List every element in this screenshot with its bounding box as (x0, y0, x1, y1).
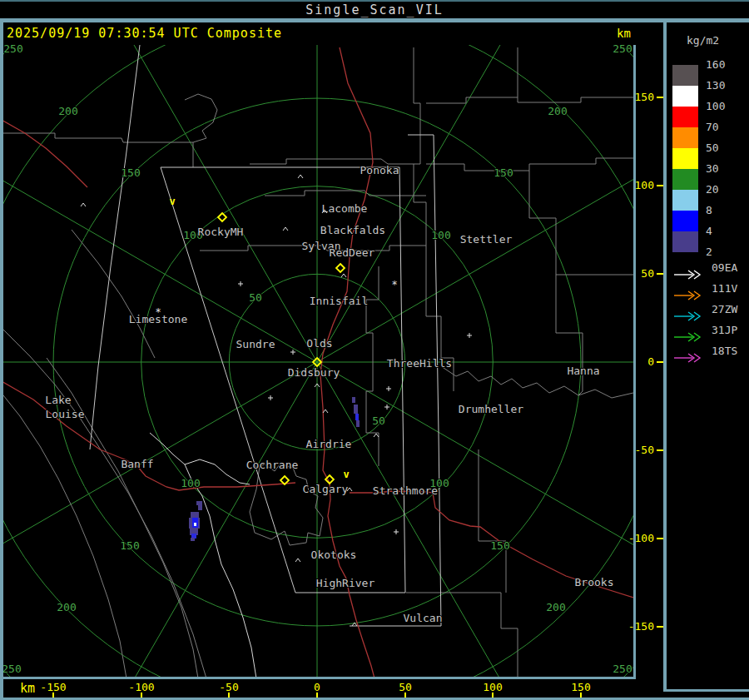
checkmark-icon: v (169, 196, 175, 207)
city-label: HighRiver (316, 577, 375, 589)
city-label: Vulcan (404, 612, 443, 624)
bottom-axis-label: 0 (314, 681, 320, 693)
legend-tick-label: 50 (706, 141, 719, 154)
county-boundary-line (250, 464, 323, 545)
range-ring-label: 200 (58, 105, 77, 117)
city-label: Brooks (575, 576, 614, 588)
city-label: Calgary (303, 483, 349, 495)
map-layers: 5010015020025010015020025010015020025050… (0, 0, 749, 700)
city-label: Hanna (567, 365, 599, 377)
radar-site-legend-row: 18TS (672, 351, 747, 363)
city-label: Strathmore (373, 484, 438, 497)
town-plus-icon (394, 529, 399, 534)
vil-echo (191, 538, 195, 541)
legend-tick-label: 70 (706, 121, 719, 133)
azimuth-spoke (59, 0, 317, 362)
range-ring-label: 100 (181, 477, 200, 489)
right-axis-label: 150 (635, 91, 654, 103)
legend-tick-label: 130 (706, 79, 725, 92)
vil-echo (354, 405, 358, 414)
city-label: Lake (45, 394, 71, 406)
city-label: Banff (121, 458, 153, 470)
radar-site-legend-row: 31JP (672, 330, 747, 342)
legend-swatch (672, 127, 698, 148)
radar-site-arrow-icon (672, 290, 702, 301)
panel-bottom-border (663, 689, 749, 692)
color-legend-panel: kg/m2 1601301007050302084209EA111V27ZW31… (667, 22, 749, 689)
radar-site-diamond-icon (336, 264, 345, 272)
city-label: Drumheller (459, 403, 523, 415)
legend-swatch (672, 148, 698, 169)
county-boundary-line (556, 275, 583, 395)
range-ring-label: 200 (548, 105, 567, 117)
range-ring-label: 250 (3, 42, 22, 55)
map-right-border (633, 45, 636, 679)
town-plus-icon (238, 281, 243, 286)
range-ring-label: 250 (613, 42, 632, 55)
range-ring-label: 150 (490, 539, 509, 552)
range-ring-label: 150 (494, 166, 513, 179)
town-plus-icon (268, 395, 273, 400)
radar-site-id-label: 18TS (712, 345, 737, 357)
county-boundary-line (0, 326, 206, 678)
vil-echo (198, 504, 202, 510)
range-ring-label: 200 (546, 601, 565, 613)
radar-site-arrow-icon (672, 331, 702, 343)
town-plus-icon (290, 350, 295, 355)
legend-tick-label: 100 (706, 100, 725, 112)
legend-tick-label: 20 (706, 183, 719, 196)
county-boundary-line (426, 268, 454, 391)
city-label: RockyMH (198, 226, 244, 238)
vil-echo (191, 512, 199, 519)
bottom-axis-label: -50 (219, 681, 238, 693)
town-plus-icon (467, 333, 472, 338)
radar-site-id-label: 09EA (712, 261, 737, 274)
radar-site-id-label: 111V (712, 282, 737, 295)
legend-swatch (672, 211, 698, 231)
county-boundary-line (185, 94, 217, 142)
town-plus-icon (384, 405, 389, 410)
county-boundary-line (426, 158, 633, 171)
city-label: Lacombe (322, 202, 368, 215)
town-caret-icon (341, 274, 346, 277)
azimuth-spoke (317, 0, 575, 362)
radar-site-legend-row: 09EA (672, 268, 747, 280)
vil-echo (352, 397, 355, 403)
town-caret-icon (81, 203, 86, 206)
vil-echo (356, 420, 360, 427)
vil-echo (194, 523, 196, 526)
bottom-axis-label: 100 (483, 681, 502, 693)
town-caret-icon (323, 410, 328, 413)
town-asterisk-icon: * (391, 279, 397, 290)
bottom-axis-label: -100 (128, 681, 154, 693)
range-ring-label: 250 (2, 663, 21, 675)
county-boundary-line (414, 47, 426, 268)
legend-tick-label: 30 (706, 162, 719, 175)
radar-site-legend-row: 27ZW (672, 310, 747, 321)
city-label: ThreeHills (387, 357, 452, 370)
city-label: Okotoks (311, 549, 357, 561)
town-caret-icon (374, 434, 379, 437)
county-boundary-line (366, 266, 379, 466)
city-label: Louise (46, 408, 85, 420)
range-ring-label: 100 (431, 229, 450, 241)
radar-site-arrow-icon (672, 352, 702, 364)
city-label: RedDeer (330, 246, 375, 259)
legend-tick-label: 4 (706, 225, 712, 237)
county-boundary-line (529, 171, 633, 275)
legend-swatch (672, 169, 698, 190)
right-axis-label: -50 (635, 444, 654, 456)
right-axis-label: -150 (628, 620, 654, 633)
right-axis-label: 100 (635, 179, 654, 191)
range-ring-label: 200 (57, 601, 76, 613)
radar-site-arrow-icon (672, 269, 702, 280)
legend-swatch (672, 65, 698, 86)
range-ring-label: 150 (121, 166, 140, 179)
city-label: Olds (306, 337, 332, 350)
bottom-axis-label: 150 (571, 681, 590, 693)
legend-swatch (672, 190, 698, 211)
city-label: Didsbury (288, 366, 340, 379)
city-label: Ponoka (360, 164, 399, 176)
town-caret-icon (283, 227, 288, 231)
city-label: Blackfalds (320, 224, 385, 236)
